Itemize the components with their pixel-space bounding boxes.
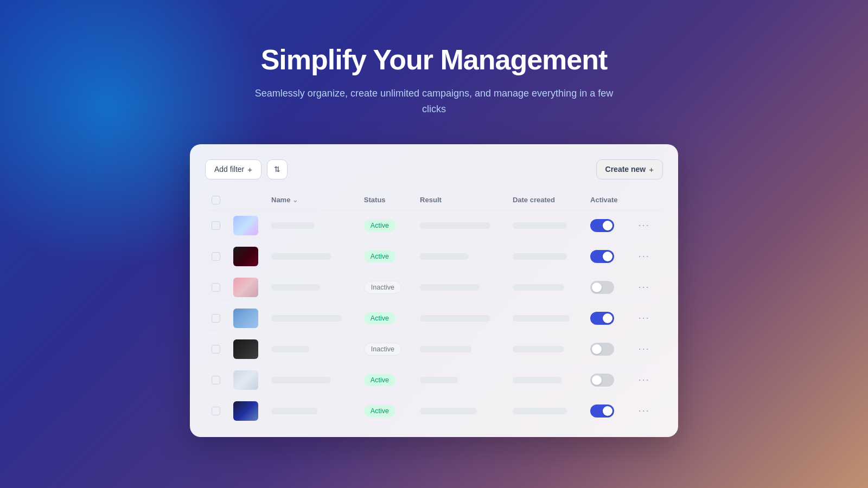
row-actions-cell: ··· — [629, 272, 663, 303]
campaign-name-skeleton-7 — [271, 408, 317, 414]
row-status-cell: Active — [358, 241, 413, 272]
row-result-cell — [413, 333, 506, 364]
status-badge-2: Active — [364, 251, 395, 262]
row-actions-button-4[interactable]: ··· — [635, 310, 653, 326]
row-result-cell — [413, 210, 506, 241]
row-result-cell — [413, 395, 506, 426]
row-activate-cell — [584, 364, 629, 395]
row-date-cell — [506, 210, 584, 241]
activate-toggle-2[interactable] — [590, 250, 614, 263]
row-name-cell — [265, 333, 358, 364]
toggle-knob-7 — [603, 406, 612, 416]
status-badge-4: Active — [364, 312, 395, 324]
table-row: Active ··· — [205, 241, 663, 272]
campaign-thumbnail-1 — [233, 216, 258, 235]
toggle-knob-2 — [603, 252, 612, 261]
activate-toggle-7[interactable] — [590, 404, 614, 418]
table-row: Inactive ··· — [205, 333, 663, 364]
campaign-thumbnail-6 — [233, 370, 258, 390]
row-checkbox-cell — [205, 210, 227, 241]
header-name-col: Name ⌄ — [265, 190, 358, 210]
campaign-name-skeleton-3 — [271, 284, 320, 291]
row-thumb-cell — [227, 395, 265, 426]
create-new-plus-icon: + — [649, 165, 654, 174]
row-thumb-cell — [227, 333, 265, 364]
header-name-label: Name — [271, 196, 290, 204]
table-row: Active ··· — [205, 364, 663, 395]
row-date-cell — [506, 303, 584, 333]
result-skeleton-6 — [420, 377, 458, 383]
table-header-row: Name ⌄ Status Result Date created Activa… — [205, 190, 663, 210]
name-sort-icon[interactable]: ⌄ — [292, 196, 298, 204]
toggle-knob-4 — [603, 313, 612, 323]
header-result-col: Result — [413, 190, 506, 210]
row-date-cell — [506, 241, 584, 272]
row-actions-button-2[interactable]: ··· — [635, 248, 653, 264]
row-date-cell — [506, 364, 584, 395]
row-checkbox-cell — [205, 333, 227, 364]
row-checkbox-3[interactable] — [212, 283, 220, 292]
row-checkbox-7[interactable] — [212, 407, 220, 415]
row-result-cell — [413, 303, 506, 333]
status-badge-5: Inactive — [364, 343, 401, 356]
activate-toggle-4[interactable] — [590, 312, 614, 325]
toggle-knob-3 — [592, 282, 602, 292]
result-skeleton-1 — [420, 222, 490, 229]
row-checkbox-4[interactable] — [212, 314, 220, 323]
row-actions-cell: ··· — [629, 303, 663, 333]
add-filter-label: Add filter — [214, 165, 244, 174]
toolbar-right: Create new + — [596, 159, 663, 179]
row-checkbox-1[interactable] — [212, 221, 220, 230]
header-activate-col: Activate — [584, 190, 629, 210]
table-row: Active ··· — [205, 210, 663, 241]
activate-toggle-5[interactable] — [590, 343, 614, 356]
row-actions-cell: ··· — [629, 241, 663, 272]
result-skeleton-4 — [420, 315, 490, 322]
activate-toggle-3[interactable] — [590, 281, 614, 294]
row-actions-cell: ··· — [629, 333, 663, 364]
row-activate-cell — [584, 333, 629, 364]
status-badge-6: Active — [364, 374, 395, 386]
sort-button[interactable]: ⇅ — [267, 159, 288, 179]
row-actions-button-7[interactable]: ··· — [635, 403, 653, 419]
row-checkbox-2[interactable] — [212, 252, 220, 261]
activate-toggle-6[interactable] — [590, 374, 614, 387]
row-checkbox-5[interactable] — [212, 345, 220, 354]
row-actions-button-5[interactable]: ··· — [635, 341, 653, 357]
add-filter-button[interactable]: Add filter + — [205, 159, 261, 179]
activate-toggle-1[interactable] — [590, 219, 614, 232]
toolbar: Add filter + ⇅ Create new + — [205, 159, 663, 179]
create-new-button[interactable]: Create new + — [596, 159, 663, 179]
row-result-cell — [413, 241, 506, 272]
row-actions-button-6[interactable]: ··· — [635, 372, 653, 388]
row-actions-button-1[interactable]: ··· — [635, 217, 653, 233]
row-result-cell — [413, 272, 506, 303]
toggle-knob-5 — [592, 344, 602, 354]
row-checkbox-6[interactable] — [212, 376, 220, 384]
row-name-cell — [265, 210, 358, 241]
row-status-cell: Inactive — [358, 333, 413, 364]
date-skeleton-5 — [513, 346, 564, 352]
row-thumb-cell — [227, 303, 265, 333]
table-row: Inactive ··· — [205, 272, 663, 303]
select-all-checkbox[interactable] — [212, 196, 220, 204]
result-skeleton-5 — [420, 346, 471, 352]
row-name-cell — [265, 303, 358, 333]
add-filter-plus-icon: + — [247, 165, 252, 174]
date-skeleton-4 — [513, 315, 570, 322]
campaigns-table: Name ⌄ Status Result Date created Activa… — [205, 190, 663, 426]
row-actions-button-3[interactable]: ··· — [635, 279, 653, 295]
date-skeleton-6 — [513, 377, 561, 383]
row-activate-cell — [584, 241, 629, 272]
result-skeleton-2 — [420, 253, 469, 260]
row-date-cell — [506, 272, 584, 303]
toggle-knob-6 — [592, 375, 602, 385]
row-checkbox-cell — [205, 241, 227, 272]
row-status-cell: Active — [358, 303, 413, 333]
result-skeleton-7 — [420, 408, 477, 414]
campaign-thumbnail-3 — [233, 278, 258, 297]
status-badge-7: Active — [364, 405, 395, 417]
row-checkbox-cell — [205, 364, 227, 395]
campaign-thumbnail-4 — [233, 309, 258, 328]
row-result-cell — [413, 364, 506, 395]
